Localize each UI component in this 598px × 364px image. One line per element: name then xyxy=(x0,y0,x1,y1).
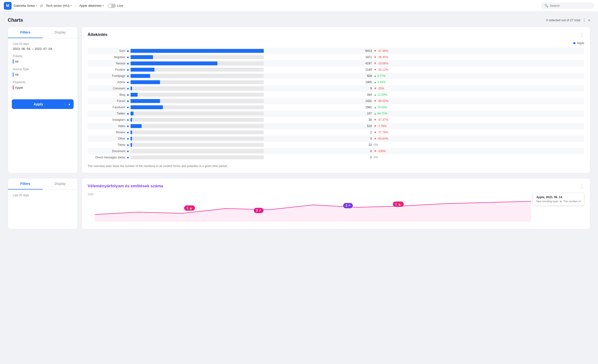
app-logo[interactable]: M xyxy=(4,2,12,10)
bar-cell xyxy=(130,104,265,110)
table-row: Direct messages (beta) 0 0% xyxy=(88,154,584,161)
keywords-label: Keywords xyxy=(13,81,73,84)
row-value: 1405 xyxy=(265,79,373,85)
bar-fill xyxy=(131,137,132,141)
second-tab-filters[interactable]: Filters xyxy=(8,178,43,189)
workspace-menu[interactable]: Tech sector (HU) ▾ xyxy=(46,4,72,8)
row-value: 1431 xyxy=(265,98,373,104)
row-pct: 0% xyxy=(373,154,584,161)
row-dot xyxy=(126,98,130,104)
search-input[interactable] xyxy=(550,4,591,8)
bubble-3: 3 ↗ xyxy=(343,203,353,208)
filter-source-section: Source Type All xyxy=(13,67,73,77)
row-label: Negative xyxy=(88,54,126,60)
bar-cell xyxy=(130,148,265,154)
row-pct: ▲ 84.71% xyxy=(373,110,584,117)
slash-separator: / xyxy=(75,4,76,8)
charts-menu-icon[interactable]: ⋮ xyxy=(582,18,586,22)
table-row: Negative 1071 ▼ -38.45% xyxy=(88,54,584,60)
polarity-value: All xyxy=(15,60,18,63)
second-date-section: Last 30 days xyxy=(13,194,73,197)
row-dot xyxy=(126,104,130,110)
row-value: 510 xyxy=(265,123,373,129)
row-value: 1145 xyxy=(265,66,373,73)
bar-cell xyxy=(130,110,265,117)
row-pct: ▼ -77.78% xyxy=(373,129,584,136)
row-pct: ▲ 24.49% xyxy=(373,104,584,110)
tab-filters[interactable]: Filters xyxy=(8,27,43,38)
live-toggle[interactable] xyxy=(108,4,116,8)
live-toggle-container: Live xyxy=(108,4,123,8)
row-label: Forum xyxy=(88,98,126,104)
bar-fill xyxy=(131,105,163,109)
table-row: Twitter 157 ▲ 84.71% xyxy=(88,110,584,117)
table-row: Comment 9 ▼ -25% xyxy=(88,85,584,92)
second-chart-panel: Véleményárfolyam és említések száma ⋮ 10… xyxy=(82,178,590,229)
trend-chart-svg xyxy=(95,195,531,222)
row-label: Comment xyxy=(88,85,126,92)
row-pct: ▼ -100% xyxy=(373,148,584,154)
second-tab-display[interactable]: Display xyxy=(43,178,77,189)
table-row: Blog 334 ▲ 12.09% xyxy=(88,92,584,98)
row-dot xyxy=(126,54,130,60)
second-filter-body: Last 30 days xyxy=(8,190,77,205)
row-label: Blog xyxy=(88,92,126,98)
overview-table: Sum 6413 ▼ -17.49% Negative 1071 ▼ -38.4… xyxy=(88,48,584,161)
polarity-color-bar xyxy=(13,59,14,64)
row-value: 30 xyxy=(265,117,373,123)
row-pct: ▼ -16.12% xyxy=(373,66,584,73)
row-pct: ▲ 0.77% xyxy=(373,73,584,79)
second-chart-title: Véleményárfolyam és említések száma xyxy=(88,184,163,188)
table-row: Article 1405 ▲ 3.93% xyxy=(88,79,584,85)
charts-add-icon[interactable]: + xyxy=(588,18,590,22)
row-pct: ▼ -55.02% xyxy=(373,98,584,104)
source-type-value: All xyxy=(15,73,18,76)
row-label: Instagram xyxy=(88,117,126,123)
topnav: M Gabriella Sinka ▾ @ Tech sector (HU) ▾… xyxy=(0,0,598,12)
second-chart-menu-icon[interactable]: ⋮ xyxy=(579,183,584,189)
row-value: 0 xyxy=(265,154,373,161)
filters-panel: Filters Display Last 30 days 2023. 06. 0… xyxy=(8,27,78,173)
overview-menu-icon[interactable]: ⋮ xyxy=(579,32,584,38)
bar-cell xyxy=(130,136,265,142)
source-type-color-bar xyxy=(13,72,14,77)
user-menu[interactable]: Gabriella Sinka ▾ xyxy=(14,4,37,8)
bar-track xyxy=(131,61,264,65)
bar-cell xyxy=(130,129,265,136)
row-dot xyxy=(126,66,130,73)
row-pct: ▼ -63.64% xyxy=(373,136,584,142)
filter-tabs: Filters Display xyxy=(8,27,77,38)
search-bar[interactable]: 🔍 xyxy=(541,2,594,9)
row-dot xyxy=(126,79,130,85)
tab-display[interactable]: Display xyxy=(43,27,77,38)
bar-fill xyxy=(131,80,160,84)
polarity-label: Polarity xyxy=(13,55,73,58)
filter-polarity-section: Polarity All xyxy=(13,55,73,64)
view-menu[interactable]: Apple áttekintés ▾ xyxy=(79,4,104,8)
filter-keywords-section: Keywords Apple xyxy=(13,81,73,90)
tooltip-sub: New trending topic: ár. The number of xyxy=(536,200,581,203)
bar-fill xyxy=(131,55,153,59)
apply-button[interactable]: Apply ▲ xyxy=(12,99,74,109)
row-value: 334 xyxy=(265,92,373,98)
row-label: Other xyxy=(88,136,126,142)
bar-track xyxy=(131,143,264,147)
table-row: Instagram 30 ▼ -47.37% xyxy=(88,117,584,123)
overview-note: The overview stats show the number of th… xyxy=(88,164,584,168)
second-filters-panel: Filters Display Last 30 days xyxy=(8,178,78,229)
bar-track xyxy=(131,105,264,109)
second-chart-area: 1000 1 🔥 2 ↗ 3 ↗ 1 🔥 xyxy=(88,193,584,224)
table-row: Positive 1145 ▼ -16.12% xyxy=(88,66,584,73)
table-row: Review 2 ▼ -77.78% xyxy=(88,129,584,136)
apply-chevron-icon: ▲ xyxy=(65,102,74,106)
row-dot xyxy=(126,148,130,154)
legend-label: Apple xyxy=(577,41,584,45)
table-row: Facebook 1581 ▲ 24.49% xyxy=(88,104,584,110)
row-label: Tiktok xyxy=(88,142,126,148)
bar-cell xyxy=(130,92,265,98)
table-row: Document 0 ▼ -100% xyxy=(88,148,584,154)
bubble-label-4: 1 🔥 xyxy=(393,202,404,207)
y-label: 1000 xyxy=(88,193,93,196)
source-type-label: Source Type xyxy=(13,67,73,71)
table-row: Neutral 4197 ▼ -10.08% xyxy=(88,60,584,66)
